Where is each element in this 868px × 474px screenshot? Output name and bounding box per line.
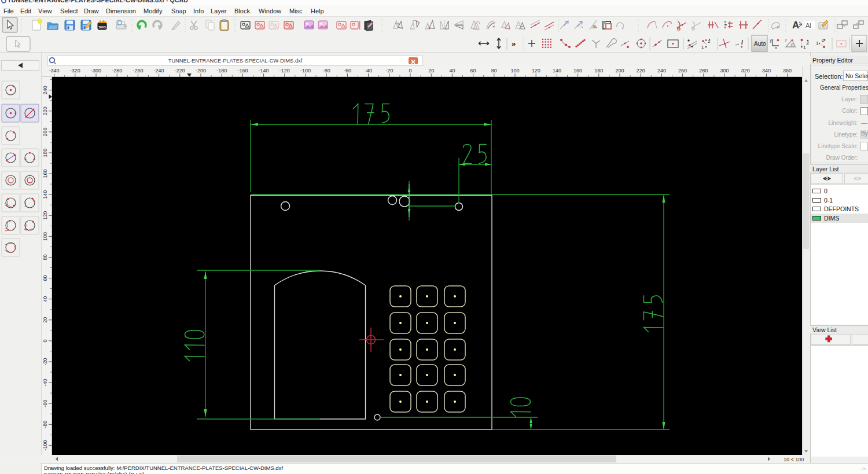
svg-text:r: r <box>785 38 787 43</box>
svg-text:-300: -300 <box>91 68 101 74</box>
svg-text:20: 20 <box>42 317 48 323</box>
svg-text:-120: -120 <box>279 68 290 74</box>
svg-text:80: 80 <box>491 68 497 74</box>
svg-text:1: 1 <box>816 41 819 46</box>
svg-text:160: 160 <box>42 170 48 178</box>
svg-text:0: 0 <box>409 68 411 74</box>
svg-text:-60: -60 <box>42 400 48 407</box>
svg-text:100: 100 <box>42 232 48 241</box>
svg-text:SVG: SVG <box>98 25 106 29</box>
svg-text:-280: -280 <box>112 68 122 74</box>
svg-text:y: y <box>770 38 772 43</box>
svg-text:-220: -220 <box>175 68 185 74</box>
svg-text:220: 220 <box>637 68 645 74</box>
svg-text:220: 220 <box>42 106 48 115</box>
svg-text:320: 320 <box>741 68 750 74</box>
svg-text:20: 20 <box>428 68 434 74</box>
svg-text:260: 260 <box>678 68 687 74</box>
svg-text:140: 140 <box>42 190 48 199</box>
svg-text:Auto: Auto <box>754 41 766 47</box>
svg-text:-80: -80 <box>323 68 330 74</box>
svg-text:-20: -20 <box>385 68 393 74</box>
svg-text:180: 180 <box>594 68 603 74</box>
svg-text:300: 300 <box>720 68 729 74</box>
svg-text:-60: -60 <box>344 68 351 74</box>
svg-text:10 < 100: 10 < 100 <box>784 457 804 462</box>
svg-text:Al: Al <box>806 22 811 29</box>
svg-text:80: 80 <box>42 254 48 260</box>
svg-text:-320: -320 <box>70 68 80 74</box>
svg-text:1: 1 <box>701 45 704 50</box>
svg-text:-100: -100 <box>300 68 311 74</box>
svg-text:-180: -180 <box>216 68 227 74</box>
svg-text:240: 240 <box>42 86 48 94</box>
svg-text:-140: -140 <box>259 68 269 74</box>
svg-text:-40: -40 <box>365 68 372 74</box>
svg-text:120: 120 <box>42 211 48 220</box>
svg-text:60: 60 <box>42 275 48 281</box>
svg-text:-40: -40 <box>42 379 48 387</box>
svg-text:60: 60 <box>470 68 476 74</box>
svg-text:-20: -20 <box>42 358 48 365</box>
svg-text:240: 240 <box>657 68 666 74</box>
svg-text:200: 200 <box>615 68 624 74</box>
svg-text:120: 120 <box>532 68 540 74</box>
svg-text:2: 2 <box>807 41 810 46</box>
svg-text:-160: -160 <box>237 68 248 74</box>
svg-text:200: 200 <box>42 127 48 136</box>
svg-text:140: 140 <box>553 68 561 74</box>
svg-text:x: x <box>775 45 777 50</box>
svg-text:0: 0 <box>42 339 48 342</box>
svg-text:»: » <box>512 39 516 48</box>
svg-text:280: 280 <box>699 68 708 74</box>
svg-text:340: 340 <box>762 68 771 74</box>
svg-text:A: A <box>792 20 799 31</box>
svg-text:-200: -200 <box>196 68 206 74</box>
svg-text:40: 40 <box>42 296 48 302</box>
svg-text:-100: -100 <box>42 440 48 450</box>
svg-text:-340: -340 <box>49 68 60 74</box>
svg-text:180: 180 <box>42 148 48 157</box>
svg-text:40: 40 <box>449 68 455 74</box>
svg-text:100: 100 <box>510 68 519 74</box>
svg-text:-260: -260 <box>133 68 143 74</box>
svg-text:-240: -240 <box>154 68 164 74</box>
svg-text:160: 160 <box>573 68 582 74</box>
svg-text:-80: -80 <box>42 421 48 428</box>
svg-text:360: 360 <box>783 68 792 74</box>
svg-text:1: 1 <box>803 45 806 50</box>
svg-text:a: a <box>593 23 596 30</box>
